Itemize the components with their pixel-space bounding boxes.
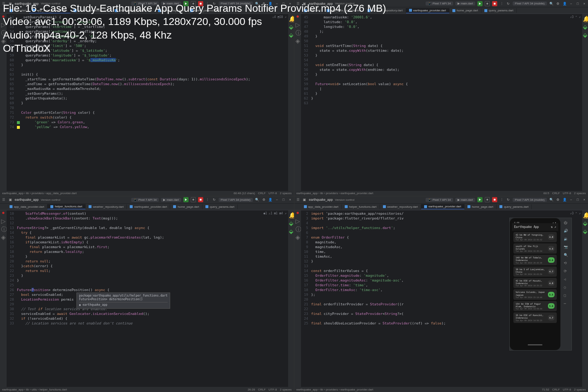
code-line[interactable]: 21 }catch(error) { <box>7 264 288 268</box>
run-config-selector[interactable]: ▶main.dart <box>455 1 475 6</box>
info-icon[interactable]: ⓘ <box>1 226 6 230</box>
status-item[interactable]: UTF-8 <box>563 192 571 195</box>
earthquake-list-item[interactable]: Volcano Islands, Japan regionTue Apr 09 … <box>513 289 557 300</box>
bell-icon[interactable]: 🔔 <box>583 15 587 20</box>
minimize-icon[interactable]: − <box>569 197 573 202</box>
close-icon[interactable]: × <box>288 197 293 202</box>
earthquake-list-item[interactable]: 149 km NW of Tobelo, IndonesiaTue Apr 09… <box>513 255 557 265</box>
run-button[interactable] <box>183 197 189 202</box>
run-icon[interactable]: ▷ <box>1 218 6 222</box>
close-icon[interactable]: × <box>582 1 587 6</box>
code-line[interactable]: 63 init() { <box>7 72 288 77</box>
earthquake-list-item[interactable]: south of the Fiji IslandsTue Apr 09 2024… <box>513 243 557 254</box>
emulator-screen[interactable]: 6:00◢ ▮ Earthquake App ⇅ ↗ 43 km NW of Y… <box>510 218 560 350</box>
run-config-selector[interactable]: ▶main.dart <box>161 198 181 202</box>
code-line[interactable]: 23 } <box>7 273 288 278</box>
volume-down-icon[interactable]: 🔉 <box>564 236 568 241</box>
code-line[interactable]: 66 _maxRadiusKm = maxRadiusKmThreshold; <box>7 86 288 91</box>
android-emulator[interactable]: 6:00◢ ▮ Earthquake App ⇅ ↗ 43 km NW of Y… <box>509 218 572 351</box>
code-line[interactable]: 12 <box>7 221 288 225</box>
code-line[interactable]: 24} <box>7 278 288 283</box>
status-item[interactable]: 2 spaces <box>280 388 291 391</box>
sort-icon[interactable]: ⇅ ↗ <box>551 225 556 229</box>
camera-icon[interactable]: 📷 <box>564 244 568 249</box>
code-line[interactable]: 72 return switch(color) { <box>7 115 288 120</box>
code-line[interactable]: 11 .showSnackBar(SnackBar(content: Text(… <box>7 216 288 221</box>
code-line[interactable]: 58 <box>301 77 582 81</box>
project-name[interactable]: earthquake_app <box>309 198 333 202</box>
code-line[interactable]: 67 _setQueryParams(); <box>7 91 288 96</box>
code-editor[interactable]: ●1 ⚠1 ⬒1 ⬒4 ↗ package:earthquake_app/uti… <box>7 210 288 387</box>
code-line[interactable]: 54 <box>301 58 582 62</box>
code-line[interactable]: 10 ScaffoldMessenger.of(context) <box>7 211 288 216</box>
editor-tab[interactable]: home_page.dart <box>449 8 481 13</box>
vcs-menu[interactable]: Version control <box>335 198 355 202</box>
debug-button[interactable] <box>485 197 490 202</box>
status-item[interactable]: 26:28 <box>248 388 255 391</box>
earthquake-list-item[interactable]: 42 km ESE of Hasaki, IndonesiaTue Apr 09… <box>513 278 557 288</box>
code-line[interactable]: 69 } <box>7 101 288 105</box>
code-line[interactable]: 14 try { <box>7 230 288 235</box>
code-line[interactable]: 60 | <box>301 86 582 91</box>
code-line[interactable]: 68 getEarthquakeData(); <box>7 96 288 101</box>
code-line[interactable]: 31 serviceEnabled = await Geolocator.isL… <box>7 311 288 316</box>
code-line[interactable]: 15 final placemarkList = await gc.placem… <box>7 235 288 240</box>
stop-button[interactable] <box>492 197 497 202</box>
editor-tab[interactable]: earthquake_provider.dart <box>127 204 170 209</box>
back-icon[interactable]: ◁ <box>564 277 568 281</box>
code-line[interactable]: 20 return null; <box>7 259 288 264</box>
account-icon[interactable]: 👤 <box>268 197 273 202</box>
breadcrumb[interactable]: earthquake_app › lib › providers › earth… <box>297 192 373 195</box>
breadcrumb[interactable]: earthquake_app › lib › utils › helper_fu… <box>2 388 67 391</box>
run-config-selector[interactable]: ▶main.dart <box>455 198 475 202</box>
reload-icon[interactable]: ↻ <box>506 197 510 202</box>
code-line[interactable]: 13Future<String?> _getCurrentCity(double… <box>7 225 288 230</box>
status-item[interactable]: 60:48 (12 chars) <box>234 192 255 195</box>
target-device[interactable]: Pixel 7 API 34 (mobile) <box>513 1 547 6</box>
rotate-right-icon[interactable]: ⟳ <box>564 269 568 273</box>
editor-tab[interactable]: home_page.dart <box>170 204 202 209</box>
rotate-left-icon[interactable]: ⟲ <box>564 261 568 265</box>
run-icon[interactable]: ▷ <box>295 218 300 222</box>
code-line[interactable]: 33 // Location services are not enabled … <box>7 321 288 326</box>
more-icon[interactable]: ⋯ <box>564 301 568 305</box>
earthquake-list-item[interactable]: 39 km S of Laojunmiao, ChinaTue Apr 09 2… <box>513 266 557 277</box>
status-item[interactable]: 2 spaces <box>280 192 291 195</box>
editor-tab[interactable]: helper_functions.dart <box>342 204 380 209</box>
code-line[interactable]: 64 _startTime = getFormattedDateTime(Dat… <box>7 77 288 81</box>
status-item[interactable]: UTF-8 <box>269 388 277 391</box>
volume-up-icon[interactable]: 🔊 <box>564 228 568 233</box>
code-line[interactable]: 55 void setEndTime(String date) { <box>301 62 582 67</box>
account-icon[interactable]: 👤 <box>562 1 567 6</box>
status-item[interactable]: CRLF <box>258 192 266 195</box>
vcs-menu[interactable]: Version control <box>41 198 60 202</box>
status-item[interactable]: UTF-8 <box>563 388 571 391</box>
status-item[interactable]: CRLF <box>258 388 266 391</box>
code-line[interactable]: 63 <box>301 101 582 105</box>
search-icon[interactable]: 🔍 <box>549 197 553 202</box>
earthquake-list-item[interactable]: 43 km NW of Yongning, ChinaTue Apr 09 20… <box>513 232 557 242</box>
more-icon[interactable]: ⋮ <box>499 197 504 202</box>
device-selector[interactable]: 📱Pixel 7 API 34 <box>131 198 159 202</box>
maximize-icon[interactable]: □ <box>576 197 580 202</box>
stop-button[interactable] <box>198 197 203 202</box>
bell-icon[interactable]: 🔔 <box>289 212 293 216</box>
code-line[interactable]: 57 } <box>301 72 582 77</box>
code-line[interactable]: 26Future<Position> determinePosition() a… <box>7 287 288 292</box>
editor-tab[interactable]: app_data_provider.dart <box>7 204 47 209</box>
code-line[interactable]: 73 'green' => Colors.green, <box>7 120 288 124</box>
editor-tab[interactable]: weather_repository.dart <box>380 204 421 209</box>
reload-icon[interactable]: ↻ <box>506 1 510 6</box>
overview-icon[interactable]: □ <box>564 293 568 297</box>
editor-tab[interactable]: app_data_provider.dart <box>301 204 342 209</box>
account-icon[interactable]: 👤 <box>562 197 567 202</box>
home-icon[interactable]: ○ <box>564 285 568 289</box>
maximize-icon[interactable]: □ <box>576 1 580 6</box>
earthquake-list[interactable]: 43 km NW of Yongning, ChinaTue Apr 09 20… <box>512 231 558 342</box>
flutter-icon[interactable]: ⬙ <box>583 228 587 232</box>
flutter-icon[interactable]: ⬙ <box>583 32 587 36</box>
more-icon[interactable]: ⋮ <box>205 197 210 202</box>
code-line[interactable]: 61 } <box>7 62 288 67</box>
code-line[interactable]: 2import 'package:earthquake_app/reposito… <box>301 211 582 216</box>
menu-icon[interactable]: ☰ <box>1 197 6 202</box>
